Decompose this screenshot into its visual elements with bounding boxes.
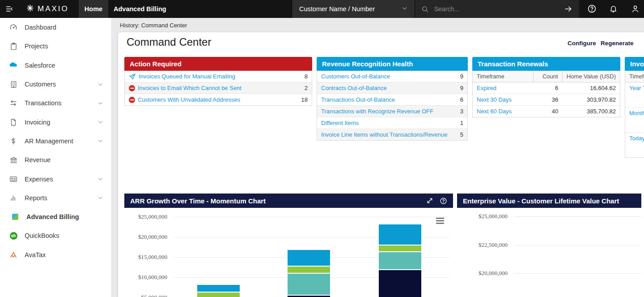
panel-row[interactable]: Customers With Unvalidated Addresses18 xyxy=(125,94,312,105)
table-row: Next 30 Days36303,970.82 xyxy=(473,94,620,106)
panel-row[interactable]: Customers Out-of-Balance9 xyxy=(317,71,467,82)
table-row: Next 60 Days40385,700.82 xyxy=(473,106,620,117)
count-value: 2 xyxy=(305,85,308,91)
help-icon[interactable] xyxy=(587,4,597,15)
chart-title: ARR Growth Over Time - Momentum Chart xyxy=(130,197,266,205)
panel-row[interactable]: Invoices to Email Which Cannot be Sent2 xyxy=(125,82,312,94)
sidebar-item-label: Advanced Billing xyxy=(26,213,103,220)
sidebar-item-dashboard[interactable]: Dashboard xyxy=(0,18,111,37)
count-value: 5 xyxy=(460,131,463,138)
sidebar-item-expenses[interactable]: Expenses xyxy=(0,169,111,188)
chart-context-menu-icon[interactable] xyxy=(436,218,444,224)
configure-button[interactable]: Configure xyxy=(568,40,596,47)
panel-row[interactable]: Invoice Line Items without Transactions/… xyxy=(317,129,467,140)
sidebar-item-label: Salesforce xyxy=(25,62,103,69)
timeframe-link[interactable]: Next 30 Days xyxy=(477,96,512,103)
sidebar-item-label: Expenses xyxy=(25,176,97,183)
count-value: 9 xyxy=(460,73,463,80)
expand-chart-icon[interactable] xyxy=(426,197,433,204)
bar-segment[interactable] xyxy=(197,292,240,297)
bar-chart-icon xyxy=(8,193,18,203)
timeframe-link[interactable]: Today xyxy=(629,135,644,142)
bar-segment[interactable] xyxy=(378,270,422,297)
building-icon xyxy=(8,79,18,89)
bar-segment[interactable] xyxy=(287,266,330,273)
timeframe-cell: Today xyxy=(625,133,644,158)
metric-link[interactable]: Invoices Queued for Manual Emailing xyxy=(139,73,235,80)
metric-link[interactable]: Contracts Out-of-Balance xyxy=(321,85,387,91)
sidebar-collapse-icon[interactable] xyxy=(5,4,14,15)
metric-link[interactable]: Transactions Out-of-Balance xyxy=(321,96,395,103)
sidebar-item-label: Reports xyxy=(25,194,97,202)
panel-row[interactable]: Different Items1 xyxy=(317,117,467,129)
timeframe-cell: Next 30 Days xyxy=(473,94,533,106)
metric-link[interactable]: Invoices to Email Which Cannot be Sent xyxy=(138,85,242,91)
panel-row[interactable]: Transactions Out-of-Balance6 xyxy=(317,94,467,105)
sidebar-item-transactions[interactable]: Transactions xyxy=(0,94,111,112)
home-value-cell: 303,970.82 xyxy=(562,94,620,106)
panel-row[interactable]: Invoices Queued for Manual Emailing8 xyxy=(125,71,312,82)
sidebar-item-quickbooks[interactable]: qbQuickBooks xyxy=(0,226,111,245)
quickbooks-icon: qb xyxy=(8,231,18,241)
sidebar-item-salesforce[interactable]: Salesforce xyxy=(0,56,111,75)
panel-row[interactable]: Contracts Out-of-Balance9 xyxy=(317,82,467,94)
table-row: Expired616,604.62 xyxy=(473,82,620,94)
sidebar-item-customers[interactable]: Customers xyxy=(0,75,111,94)
command-center-card: Command Center Configure Regenerate Acti… xyxy=(118,32,644,297)
chart-title: Enterprise Value - Customer Lifetime Val… xyxy=(463,197,619,205)
count-value: 18 xyxy=(301,96,308,103)
metric-link[interactable]: Invoice Line Items without Transactions/… xyxy=(321,131,448,138)
timeframe-link[interactable]: Expired xyxy=(477,85,496,91)
search-input[interactable] xyxy=(433,5,559,13)
top-navigation-bar: MAXIO Home Advanced Billing Customer Nam… xyxy=(0,0,644,18)
sidebar-item-avatax[interactable]: AvaTax xyxy=(0,245,111,264)
search-submit-arrow-icon[interactable] xyxy=(564,4,573,13)
table-row: Today xyxy=(625,133,644,158)
chevron-down-icon xyxy=(97,195,103,201)
y-axis-label: $20,000,000 xyxy=(457,270,508,277)
customer-search-type-dropdown[interactable]: Customer Name / Number xyxy=(292,0,415,18)
count-cell: 40 xyxy=(533,106,562,117)
sidebar-navigation: DashboardProjectsSalesforceCustomersTran… xyxy=(0,18,112,297)
salesforce-cloud-icon xyxy=(8,60,18,70)
transaction-renewals-panel: Transaction Renewals TimeframeCountHome … xyxy=(472,57,620,117)
sidebar-item-label: Projects xyxy=(25,43,103,50)
bar-segment[interactable] xyxy=(378,252,422,270)
count-cell: 36 xyxy=(533,94,562,106)
sidebar-item-invoicing[interactable]: Invoicing xyxy=(0,112,111,131)
gridline xyxy=(174,217,449,217)
regenerate-button[interactable]: Regenerate xyxy=(601,40,634,47)
metric-link[interactable]: Customers With Unvalidated Addresses xyxy=(138,96,240,103)
bar-segment[interactable] xyxy=(287,295,330,297)
sidebar-item-ar-management[interactable]: AR Management xyxy=(0,132,111,151)
maxio-logo[interactable]: MAXIO xyxy=(26,0,69,18)
bar-segment[interactable] xyxy=(287,250,330,266)
notifications-bell-icon[interactable] xyxy=(609,4,618,15)
panel-row[interactable]: Transactions with Recognize Revenue OFF3 xyxy=(317,105,467,117)
invoices-panel: Invoices TimeframeYear To DateMonth To D… xyxy=(625,57,644,158)
metric-link[interactable]: Customers Out-of-Balance xyxy=(321,73,390,80)
tab-advanced-billing[interactable]: Advanced Billing xyxy=(114,0,166,18)
timeframe-link[interactable]: Next 60 Days xyxy=(477,108,512,115)
bar-segment[interactable] xyxy=(197,284,240,292)
sidebar-item-revenue[interactable]: Revenue xyxy=(0,151,111,169)
bar-segment[interactable] xyxy=(378,245,422,252)
gridline xyxy=(514,216,641,217)
home-value-cell: 385,700.82 xyxy=(562,106,620,117)
sidebar-item-reports[interactable]: Reports xyxy=(0,189,111,207)
timeframe-link[interactable]: Month To Date xyxy=(629,110,644,116)
chart-help-icon[interactable] xyxy=(440,197,447,205)
timeframe-link[interactable]: Year To Date xyxy=(629,85,644,91)
metric-link[interactable]: Transactions with Recognize Revenue OFF xyxy=(321,108,433,115)
sidebar-item-projects[interactable]: Projects xyxy=(0,37,111,56)
arr-momentum-chart-card: ARR Growth Over Time - Momentum Chart $2… xyxy=(124,194,453,297)
y-axis-label: $22,500,000 xyxy=(457,241,508,249)
sidebar-item-advanced-billing[interactable]: Advanced Billing xyxy=(0,207,111,226)
timeframe-cell: Month To Date xyxy=(625,108,644,133)
y-axis-label: $25,000,000 xyxy=(457,213,508,220)
tab-home[interactable]: Home xyxy=(79,0,108,18)
user-account-icon[interactable] xyxy=(631,4,640,15)
bar-segment[interactable] xyxy=(378,224,422,245)
metric-link[interactable]: Different Items xyxy=(321,120,359,126)
bar-segment[interactable] xyxy=(287,273,330,295)
